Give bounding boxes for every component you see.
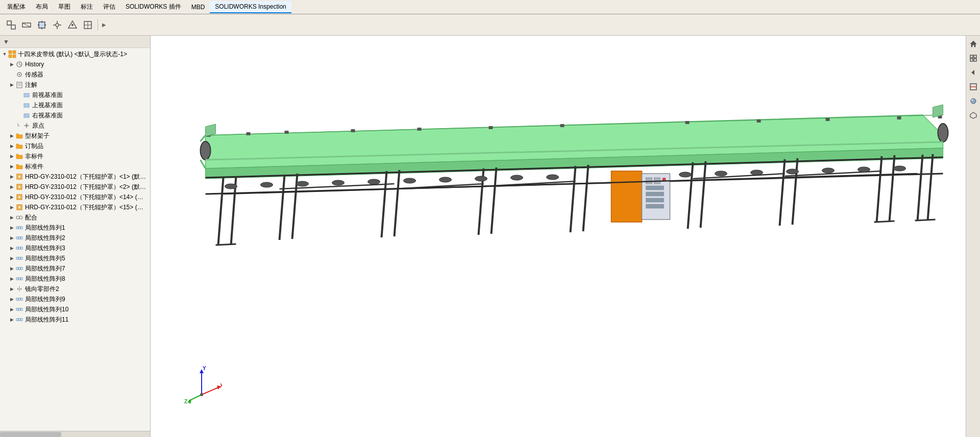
tree-item-hrd1[interactable]: ▶ HRD-GY-2310-012（下托辊护罩）<1> (默认... xyxy=(0,172,150,182)
history-icon xyxy=(15,60,23,68)
tree-item-history[interactable]: ▶ History xyxy=(0,59,150,69)
tree-item-sensor[interactable]: 传感器 xyxy=(0,69,150,80)
svg-rect-73 xyxy=(16,308,18,310)
tree-hscroll-thumb[interactable] xyxy=(0,432,61,437)
tree-item-front-plane[interactable]: 前视基准面 xyxy=(0,90,150,100)
tree-item-pattern5[interactable]: ▶ 局部线性阵列5 xyxy=(0,253,150,263)
origin-arrow[interactable]: └ xyxy=(13,122,22,129)
reference-geometry-btn[interactable] xyxy=(65,18,80,32)
smart-fasteners-btn[interactable] xyxy=(50,18,64,32)
tree-hscroll[interactable] xyxy=(0,431,150,437)
viewport[interactable]: ↖ ↺ ✋ xyxy=(151,36,980,437)
svg-rect-59 xyxy=(18,257,20,259)
move-component-icon xyxy=(37,20,47,30)
pattern10-arrow[interactable]: ▶ xyxy=(8,306,15,313)
hide-show-btn[interactable] xyxy=(19,18,34,32)
tree-item-origin[interactable]: └ 原点 xyxy=(0,120,150,131)
pattern2-arrow[interactable]: ▶ xyxy=(8,234,15,241)
custom-arrow[interactable]: ▶ xyxy=(8,142,15,150)
appearance-btn[interactable] xyxy=(967,95,979,107)
svg-rect-129 xyxy=(646,204,664,208)
svg-rect-75 xyxy=(20,308,22,310)
pattern9-arrow[interactable]: ▶ xyxy=(8,296,15,303)
svg-rect-61 xyxy=(16,268,18,270)
tree-item-top-plane[interactable]: 上视基准面 xyxy=(0,100,150,110)
tree-root[interactable]: ▼ 十四米皮带线 (默认) <默认_显示状态-1> xyxy=(0,49,150,59)
tree-item-hrd14[interactable]: ▶ HRD-GY-2310-012（下托辊护罩）<14> (默认... xyxy=(0,192,150,202)
svg-rect-56 xyxy=(18,247,20,249)
tree-item-profiles[interactable]: ▶ 型材架子 xyxy=(0,131,150,141)
assemble-btn[interactable] xyxy=(4,18,18,32)
non-standard-label: 非标件 xyxy=(25,152,43,161)
mates-arrow[interactable]: ▶ xyxy=(8,214,15,221)
svg-rect-49 xyxy=(16,227,18,229)
assembly-features-btn[interactable] xyxy=(81,18,95,32)
menu-sw-inspection[interactable]: SOLIDWORKS Inspection xyxy=(210,1,291,13)
section-view-btn2[interactable] xyxy=(967,81,979,93)
svg-point-47 xyxy=(16,216,19,219)
hrd14-arrow[interactable]: ▶ xyxy=(8,193,15,201)
menu-layout[interactable]: 布局 xyxy=(31,1,53,13)
tree-item-pattern10[interactable]: ▶ 局部线性阵列10 xyxy=(0,304,150,314)
root-arrow[interactable]: ▼ xyxy=(1,51,8,58)
tree-item-hrd2[interactable]: ▶ HRD-GY-2310-012（下托辊护罩）<2> (默认... xyxy=(0,182,150,192)
menu-annotation[interactable]: 标注 xyxy=(76,1,98,13)
svg-rect-24 xyxy=(13,55,16,58)
svg-rect-77 xyxy=(18,319,20,321)
history-arrow[interactable]: ▶ xyxy=(8,61,15,68)
pattern8-arrow[interactable]: ▶ xyxy=(8,275,15,282)
hrd1-arrow[interactable]: ▶ xyxy=(8,173,15,180)
svg-point-150 xyxy=(368,179,380,184)
pattern3-icon xyxy=(15,244,23,252)
tree-item-notes[interactable]: ▶ 注解 xyxy=(0,80,150,90)
menu-evaluate[interactable]: 评估 xyxy=(98,1,120,13)
menu-sw-plugins[interactable]: SOLIDWORKS 插件 xyxy=(120,1,186,13)
pattern3-arrow[interactable]: ▶ xyxy=(8,245,15,252)
menu-mbd[interactable]: MBD xyxy=(186,2,210,13)
mirror2-arrow[interactable]: ▶ xyxy=(8,285,15,293)
sensor-arrow[interactable] xyxy=(8,71,15,78)
tree-view[interactable]: ▼ 十四米皮带线 (默认) <默认_显示状态-1> ▶ History xyxy=(0,48,150,431)
tree-item-mates[interactable]: ▶ 配合 xyxy=(0,212,150,223)
tree-item-custom[interactable]: ▶ 订制品 xyxy=(0,141,150,151)
pattern5-arrow[interactable]: ▶ xyxy=(8,255,15,262)
tree-item-pattern9[interactable]: ▶ 局部线性阵列9 xyxy=(0,294,150,304)
notes-arrow[interactable]: ▶ xyxy=(8,81,15,88)
filter-icon[interactable]: ▼ xyxy=(3,38,9,45)
pattern1-arrow[interactable]: ▶ xyxy=(8,224,15,231)
tree-item-pattern11[interactable]: ▶ 局部线性阵列11 xyxy=(0,314,150,325)
hrd15-arrow[interactable]: ▶ xyxy=(8,204,15,211)
pattern7-arrow[interactable]: ▶ xyxy=(8,265,15,272)
menu-sketch[interactable]: 草图 xyxy=(53,1,76,13)
top-plane-arrow[interactable] xyxy=(15,102,22,109)
pattern7-icon xyxy=(15,264,23,273)
hrd2-arrow[interactable]: ▶ xyxy=(8,183,15,190)
svg-point-192 xyxy=(200,393,203,396)
tree-item-right-plane[interactable]: 右视基准面 xyxy=(0,110,150,120)
tree-item-pattern3[interactable]: ▶ 局部线性阵列3 xyxy=(0,243,150,253)
tree-item-pattern2[interactable]: ▶ 局部线性阵列2 xyxy=(0,233,150,243)
prev-view-btn[interactable] xyxy=(967,66,979,79)
tree-item-standard[interactable]: ▶ 标准件 xyxy=(0,161,150,172)
pattern11-arrow[interactable]: ▶ xyxy=(8,316,15,323)
tree-item-pattern1[interactable]: ▶ 局部线性阵列1 xyxy=(0,223,150,233)
right-plane-arrow[interactable] xyxy=(15,112,22,119)
view-orient-btn[interactable] xyxy=(967,109,979,122)
tree-item-pattern7[interactable]: ▶ 局部线性阵列7 xyxy=(0,263,150,274)
svg-point-164 xyxy=(938,124,948,142)
move-component-btn[interactable] xyxy=(35,18,49,32)
standard-arrow[interactable]: ▶ xyxy=(8,163,15,170)
zoom-to-fit-btn[interactable] xyxy=(967,52,979,64)
tree-item-hrd15[interactable]: ▶ HRD-GY-2310-012（下托辊护罩）<15> (默认... xyxy=(0,202,150,212)
reference-geometry-icon xyxy=(67,20,78,30)
menu-assemble[interactable]: 装配体 xyxy=(2,1,31,13)
tree-item-mirror2[interactable]: ▶ 镜向零部件2 xyxy=(0,284,150,294)
front-plane-arrow[interactable] xyxy=(15,91,22,99)
non-standard-arrow[interactable]: ▶ xyxy=(8,153,15,160)
svg-rect-170 xyxy=(247,132,251,135)
tree-item-non-standard[interactable]: ▶ 非标件 xyxy=(0,151,150,161)
tree-item-pattern8[interactable]: ▶ 局部线性阵列8 xyxy=(0,274,150,284)
home-view-btn[interactable] xyxy=(967,38,979,50)
profiles-arrow[interactable]: ▶ xyxy=(8,132,15,139)
toolbar-expand-btn[interactable]: ▶ xyxy=(101,18,108,32)
